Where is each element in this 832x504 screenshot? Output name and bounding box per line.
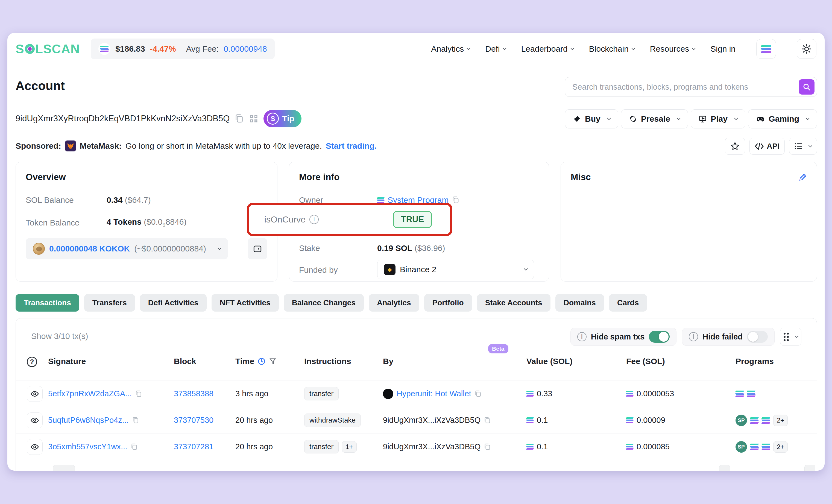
clipped-button[interactable]	[53, 465, 75, 471]
theme-toggle-button[interactable]	[797, 39, 816, 59]
tab-portfolio[interactable]: Portfolio	[424, 294, 472, 312]
search-button[interactable]	[799, 79, 814, 95]
tab-transfers[interactable]: Transfers	[84, 294, 135, 312]
tx-signature-link[interactable]: 3o5xmh557vscY1wx...	[48, 442, 127, 451]
transactions-panel: Show 3/10 tx(s) i Hide spam txs i Hide f…	[16, 318, 817, 471]
sol-price-pill[interactable]: $186.83 -4.47% Avg Fee: 0.00000948	[91, 38, 275, 59]
copy-icon[interactable]	[484, 417, 491, 424]
clipped-button[interactable]	[804, 465, 815, 471]
preview-eye-button[interactable]	[27, 439, 43, 455]
favorite-button[interactable]	[725, 138, 745, 155]
solana-program-icon[interactable]	[750, 417, 758, 424]
by-address[interactable]: 9idUgXmr3X...iXzVa3DB5Q	[383, 442, 480, 451]
solana-program-icon[interactable]	[762, 417, 770, 424]
eye-icon	[30, 390, 39, 398]
hide-spam-control[interactable]: i Hide spam txs	[570, 328, 677, 346]
copy-icon[interactable]	[235, 113, 244, 124]
tab-balance-changes[interactable]: Balance Changes	[284, 294, 364, 312]
eye-icon	[30, 443, 39, 451]
preview-eye-button[interactable]	[27, 413, 43, 428]
presale-button[interactable]: Presale	[621, 109, 688, 129]
metamask-icon	[65, 140, 76, 152]
list-menu-button[interactable]	[789, 138, 817, 155]
tx-signature-link[interactable]: 5uqfutP6w8NqsPo4z...	[48, 416, 129, 425]
chevron-down-icon	[467, 46, 470, 50]
sign-in-link[interactable]: Sign in	[710, 44, 735, 54]
col-by: By	[383, 357, 393, 366]
block-link[interactable]: 373707530	[174, 416, 213, 425]
instruction-chip[interactable]: transfer	[304, 387, 339, 400]
hide-failed-control[interactable]: i Hide failed	[682, 328, 775, 346]
by-link[interactable]: Hyperunit: Hot Wallet	[397, 389, 471, 398]
funded-by-select[interactable]: ◆ Binance 2	[377, 260, 534, 279]
block-link[interactable]: 373707281	[174, 442, 213, 451]
solana-program-icon[interactable]	[747, 391, 755, 397]
stake-program-badge[interactable]: SP	[735, 441, 747, 453]
stake-label: Stake	[299, 243, 377, 253]
overview-title: Overview	[26, 172, 267, 182]
tab-transactions[interactable]: Transactions	[16, 294, 79, 312]
preview-eye-button[interactable]	[27, 386, 43, 402]
tab-domains[interactable]: Domains	[555, 294, 604, 312]
block-link[interactable]: 373858388	[174, 389, 213, 398]
sol-change: -4.47%	[150, 44, 176, 54]
solscan-logo[interactable]: SLSCAN	[16, 42, 80, 56]
solana-program-icon[interactable]	[762, 444, 770, 450]
tab-nft-activities[interactable]: NFT Activities	[212, 294, 279, 312]
by-address[interactable]: 9idUgXmr3X...iXzVa3DB5Q	[383, 416, 480, 425]
search-input[interactable]	[572, 83, 799, 91]
info-icon[interactable]: i	[309, 215, 319, 224]
hide-spam-toggle[interactable]	[649, 331, 670, 343]
solana-program-icon[interactable]	[750, 444, 758, 450]
instruction-chip[interactable]: withdrawStake	[304, 414, 361, 427]
copy-icon[interactable]	[132, 417, 139, 424]
tab-defi-activities[interactable]: Defi Activities	[140, 294, 207, 312]
table-controls: i Hide spam txs i Hide failed	[570, 328, 801, 346]
copy-icon[interactable]	[135, 390, 142, 398]
chevron-down-icon	[795, 334, 798, 338]
buy-button[interactable]: Buy	[565, 109, 618, 129]
copy-icon[interactable]	[484, 443, 491, 451]
tip-button[interactable]: $ Tip	[263, 110, 301, 127]
more-programs-chip[interactable]: 2+	[773, 415, 788, 426]
account-address[interactable]: 9idUgXmr3XyRtroqDb2kEqVBD1PkKvnN2siXzVa3…	[16, 114, 230, 124]
help-icon[interactable]: ?	[27, 357, 37, 367]
solana-program-icon[interactable]	[735, 391, 744, 397]
filter-funnel-icon[interactable]	[269, 357, 277, 365]
tx-signature-link[interactable]: 5etfx7pnRxW2daZGA...	[48, 389, 132, 398]
network-switcher-button[interactable]	[756, 39, 776, 59]
tab-stake-accounts[interactable]: Stake Accounts	[477, 294, 550, 312]
solana-icon	[377, 197, 384, 203]
nav-resources[interactable]: Resources	[650, 44, 695, 54]
overview-card: Overview SOL Balance 0.34 ($64.7) Token …	[16, 162, 278, 282]
sponsored-label: Sponsored:	[16, 141, 61, 151]
gaming-button[interactable]: Gaming	[748, 109, 817, 129]
more-programs-chip[interactable]: 2+	[773, 441, 788, 453]
instruction-chip[interactable]: transfer	[304, 440, 339, 453]
hide-failed-toggle[interactable]	[747, 331, 768, 343]
qr-code-icon[interactable]	[249, 114, 259, 124]
tab-cards[interactable]: Cards	[609, 294, 647, 312]
chevron-down-icon	[677, 116, 681, 120]
tx-value: 0.1	[537, 416, 548, 425]
copy-icon[interactable]	[474, 390, 482, 398]
nav-blockchain[interactable]: Blockchain	[589, 44, 635, 54]
copy-icon[interactable]	[131, 443, 138, 451]
api-button[interactable]: API	[750, 138, 785, 155]
column-settings-button[interactable]	[780, 328, 801, 346]
nav-leaderboard[interactable]: Leaderboard	[521, 44, 574, 54]
stake-program-badge[interactable]: SP	[735, 415, 747, 426]
edit-pencil-icon[interactable]: ✎	[798, 172, 807, 184]
funded-by-value: Binance 2	[400, 265, 436, 274]
clipped-button[interactable]	[719, 465, 730, 471]
copy-icon[interactable]	[452, 196, 460, 204]
nav-defi[interactable]: Defi	[485, 44, 506, 54]
more-instructions-chip[interactable]: 1+	[342, 441, 357, 453]
start-trading-link[interactable]: Start trading.	[326, 141, 377, 151]
tab-analytics[interactable]: Analytics	[369, 294, 419, 312]
token-select[interactable]: 0.000000048 KOKOK (~$0.00000000884)	[26, 238, 228, 259]
nav-analytics[interactable]: Analytics	[431, 44, 470, 54]
portfolio-wallet-button[interactable]	[248, 238, 267, 259]
play-button[interactable]: Play	[691, 109, 745, 129]
clock-icon[interactable]	[258, 357, 266, 366]
